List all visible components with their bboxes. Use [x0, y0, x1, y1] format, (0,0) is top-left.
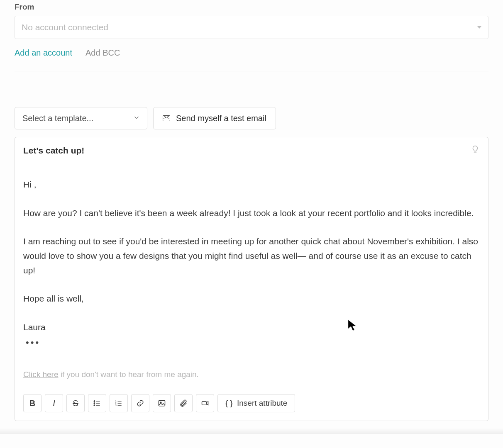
divider [15, 71, 488, 71]
body-signature: Laura [23, 320, 480, 335]
video-icon [201, 399, 209, 407]
send-test-email-button[interactable]: Send myself a test email [153, 107, 276, 129]
numbered-list-icon: 123 [115, 399, 123, 407]
link-icon [136, 399, 144, 407]
more-dots-icon[interactable]: ••• [26, 335, 480, 350]
body-paragraph-2: I am reaching out to see if you'd be int… [23, 234, 480, 278]
italic-icon: I [53, 399, 55, 408]
body-paragraph-1: How are you? I can't believe it's been a… [23, 206, 480, 221]
send-test-email-label: Send myself a test email [176, 114, 266, 123]
svg-point-0 [94, 401, 95, 402]
image-button[interactable] [153, 394, 171, 412]
template-select[interactable]: Select a template... [15, 107, 147, 129]
subject-input[interactable] [23, 146, 434, 156]
from-account-select[interactable]: No account connected [15, 16, 488, 39]
image-icon [158, 399, 166, 407]
caret-down-icon [477, 26, 481, 29]
svg-rect-12 [159, 400, 165, 406]
strikethrough-button[interactable]: S [66, 394, 85, 412]
body-greeting: Hi , [23, 178, 480, 192]
svg-text:3: 3 [115, 404, 117, 407]
strike-icon: S [73, 399, 78, 408]
email-editor: Hi , How are you? I can't believe it's b… [15, 137, 488, 421]
lightbulb-icon[interactable] [471, 145, 480, 156]
svg-point-2 [94, 403, 95, 404]
template-select-placeholder: Select a template... [22, 114, 93, 123]
bullet-list-button[interactable] [88, 394, 106, 412]
body-closing: Hope all is well, [23, 292, 480, 306]
bullet-list-icon [93, 399, 101, 407]
unsubscribe-rest: if you don't want to hear from me again. [58, 370, 198, 379]
attachment-button[interactable] [174, 394, 193, 412]
unsubscribe-link[interactable]: Click here [23, 370, 58, 379]
link-button[interactable] [131, 394, 149, 412]
from-placeholder: No account connected [22, 22, 108, 32]
insert-attribute-button[interactable]: { } Insert attribute [217, 394, 295, 412]
bold-icon: B [29, 399, 35, 408]
chevron-down-icon [134, 114, 139, 122]
italic-button[interactable]: I [45, 394, 63, 412]
add-bcc-link[interactable]: Add BCC [85, 48, 120, 58]
format-toolbar: B I S 123 { } Insert attribu [15, 388, 488, 421]
numbered-list-button[interactable]: 123 [110, 394, 128, 412]
insert-attribute-label: Insert attribute [237, 399, 287, 408]
svg-point-4 [94, 405, 95, 406]
add-account-link[interactable]: Add an account [15, 48, 72, 58]
bottom-shadow [0, 428, 503, 434]
unsubscribe-line: Click here if you don't want to hear fro… [23, 368, 480, 381]
email-body[interactable]: Hi , How are you? I can't believe it's b… [15, 164, 488, 388]
from-label: From [15, 2, 488, 12]
bold-button[interactable]: B [23, 394, 42, 412]
video-button[interactable] [196, 394, 214, 412]
braces-icon: { } [225, 399, 233, 408]
paperclip-icon [179, 399, 188, 407]
envelope-icon [163, 115, 170, 121]
svg-rect-14 [202, 402, 207, 405]
